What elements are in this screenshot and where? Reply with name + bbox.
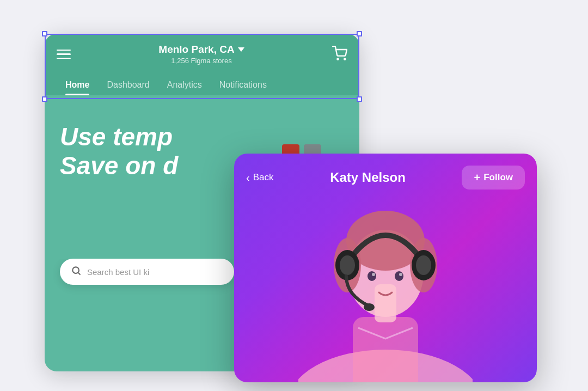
- tab-dashboard[interactable]: Dashboard: [98, 76, 158, 95]
- back-arrow-icon: ‹: [246, 172, 250, 183]
- hamburger-icon[interactable]: [57, 50, 71, 59]
- location-block: Menlo Park, CA 1,256 Figma stores: [158, 44, 244, 65]
- svg-point-15: [364, 303, 375, 311]
- person-figure: [298, 175, 473, 382]
- mobile-header: Menlo Park, CA 1,256 Figma stores Home D…: [45, 34, 359, 95]
- cart-icon[interactable]: [332, 46, 347, 63]
- handle-tl[interactable]: [42, 31, 47, 36]
- profile-header: ‹ Back Katy Nelson + Follow: [234, 154, 537, 190]
- tab-home[interactable]: Home: [57, 76, 98, 95]
- tab-notifications[interactable]: Notifications: [211, 76, 275, 95]
- search-icon: [71, 265, 82, 278]
- topbar: Menlo Park, CA 1,256 Figma stores: [57, 44, 347, 72]
- svg-point-16: [367, 271, 376, 281]
- follow-label: Follow: [483, 172, 513, 183]
- mobile-nav: Home Dashboard Analytics Notifications: [57, 72, 347, 95]
- svg-point-19: [399, 273, 402, 276]
- back-label: Back: [253, 172, 274, 183]
- follow-button[interactable]: + Follow: [462, 166, 525, 190]
- handle-tr[interactable]: [357, 31, 362, 36]
- search-placeholder: Search best UI ki: [87, 267, 149, 277]
- svg-point-13: [340, 255, 355, 275]
- svg-line-3: [78, 273, 81, 275]
- svg-point-18: [372, 273, 375, 276]
- svg-point-0: [337, 58, 338, 59]
- location-text: Menlo Park, CA: [158, 44, 234, 56]
- location-title: Menlo Park, CA: [158, 44, 244, 56]
- svg-point-14: [416, 255, 431, 275]
- svg-point-1: [344, 58, 345, 59]
- svg-point-17: [395, 271, 403, 281]
- svg-rect-5: [353, 317, 418, 382]
- back-button[interactable]: ‹ Back: [246, 172, 273, 183]
- follow-plus-icon: +: [474, 172, 480, 183]
- profile-name: Katy Nelson: [330, 170, 406, 185]
- location-subtitle: 1,256 Figma stores: [158, 57, 244, 65]
- profile-card: ‹ Back Katy Nelson + Follow: [234, 154, 537, 382]
- tab-analytics[interactable]: Analytics: [158, 76, 211, 95]
- search-bar[interactable]: Search best UI ki: [60, 259, 234, 285]
- location-dropdown-icon[interactable]: [238, 47, 244, 52]
- svg-point-2: [72, 267, 79, 273]
